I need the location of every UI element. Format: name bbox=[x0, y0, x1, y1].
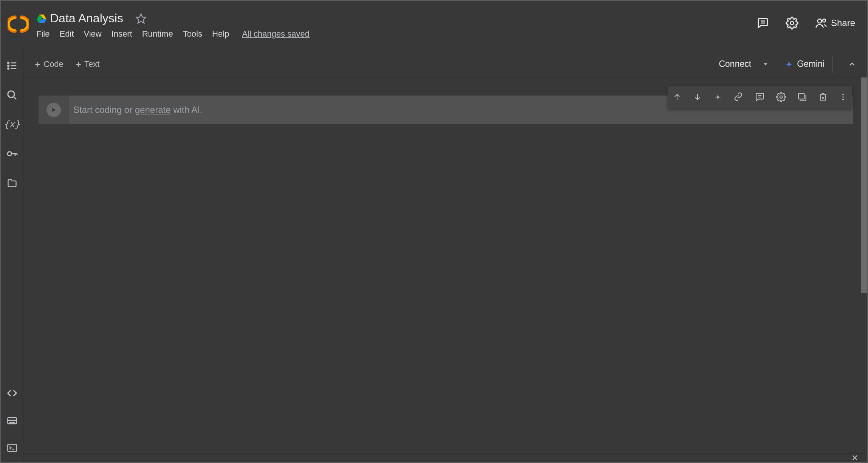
close-icon[interactable]: ✕ bbox=[851, 453, 858, 463]
move-up-icon[interactable] bbox=[673, 93, 682, 102]
comments-icon[interactable] bbox=[757, 17, 769, 29]
gemini-label: Gemini bbox=[797, 59, 825, 69]
svg-rect-32 bbox=[798, 93, 804, 99]
svg-point-7 bbox=[818, 19, 822, 23]
more-vert-icon[interactable] bbox=[839, 93, 847, 101]
share-button[interactable]: Share bbox=[815, 17, 855, 29]
svg-point-35 bbox=[842, 99, 844, 100]
svg-point-34 bbox=[842, 96, 844, 98]
connect-button[interactable]: Connect bbox=[719, 59, 769, 69]
svg-point-9 bbox=[8, 62, 9, 64]
menu-runtime[interactable]: Runtime bbox=[142, 29, 173, 39]
svg-line-16 bbox=[13, 97, 16, 100]
notebook-action-bar: + Code + Text Connect bbox=[23, 51, 867, 77]
comment-icon[interactable] bbox=[755, 92, 765, 102]
svg-point-11 bbox=[8, 65, 9, 66]
app-header: Data Analysis File Edit View Insert Runt… bbox=[1, 1, 867, 51]
cell-settings-icon[interactable] bbox=[776, 92, 786, 102]
placeholder-suffix: with AI. bbox=[171, 105, 203, 115]
svg-point-33 bbox=[842, 94, 844, 96]
menu-tools[interactable]: Tools bbox=[183, 29, 202, 39]
notebook-area[interactable]: Start coding or generate with AI. bbox=[23, 77, 867, 453]
add-text-label: Text bbox=[84, 59, 99, 69]
svg-marker-36 bbox=[52, 108, 56, 112]
divider bbox=[832, 56, 832, 73]
menu-insert[interactable]: Insert bbox=[112, 29, 132, 39]
plus-icon: + bbox=[76, 59, 81, 69]
terminal-icon[interactable] bbox=[7, 443, 17, 453]
variables-icon[interactable]: {x} bbox=[4, 119, 20, 130]
bottom-status-bar: ✕ bbox=[23, 453, 867, 462]
left-sidebar: {x} bbox=[1, 51, 23, 462]
svg-point-15 bbox=[8, 91, 14, 98]
chevron-down-icon bbox=[762, 60, 769, 68]
sparkle-icon[interactable] bbox=[713, 93, 722, 102]
vertical-scrollbar[interactable] bbox=[860, 77, 867, 453]
drive-icon bbox=[36, 13, 47, 24]
main-area: + Code + Text Connect bbox=[23, 51, 867, 462]
svg-rect-24 bbox=[8, 444, 16, 452]
menu-bar: File Edit View Insert Runtime Tools Help… bbox=[36, 29, 757, 39]
menu-file[interactable]: File bbox=[36, 29, 50, 39]
settings-icon[interactable] bbox=[786, 17, 798, 29]
connect-label: Connect bbox=[719, 59, 751, 69]
add-code-button[interactable]: + Code bbox=[29, 56, 70, 72]
run-cell-button[interactable] bbox=[39, 96, 69, 124]
link-icon[interactable] bbox=[734, 92, 744, 102]
gemini-button[interactable]: Gemini bbox=[785, 59, 825, 69]
command-palette-icon[interactable] bbox=[7, 415, 17, 426]
svg-point-6 bbox=[790, 22, 794, 25]
menu-edit[interactable]: Edit bbox=[59, 29, 74, 39]
toc-icon[interactable] bbox=[6, 60, 18, 71]
add-text-button[interactable]: + Text bbox=[70, 56, 106, 72]
divider bbox=[777, 56, 777, 73]
svg-marker-26 bbox=[764, 63, 767, 65]
secrets-icon[interactable] bbox=[6, 148, 18, 160]
delete-icon[interactable] bbox=[818, 93, 828, 102]
document-title[interactable]: Data Analysis bbox=[50, 11, 123, 25]
menu-help[interactable]: Help bbox=[212, 29, 229, 39]
mirror-cell-icon[interactable] bbox=[797, 92, 807, 102]
colab-logo-icon[interactable] bbox=[8, 14, 29, 35]
menu-view[interactable]: View bbox=[84, 29, 101, 39]
plus-icon: + bbox=[35, 59, 40, 69]
play-icon bbox=[50, 106, 57, 113]
scrollbar-thumb[interactable] bbox=[861, 77, 867, 293]
svg-point-31 bbox=[780, 96, 783, 99]
svg-point-17 bbox=[8, 152, 12, 156]
files-icon[interactable] bbox=[7, 178, 17, 188]
sparkle-icon bbox=[785, 60, 793, 68]
cell-toolbar bbox=[668, 86, 852, 108]
collapse-button[interactable] bbox=[842, 54, 863, 75]
placeholder-link[interactable]: generate bbox=[135, 105, 171, 115]
star-icon[interactable] bbox=[135, 13, 147, 24]
placeholder-prefix: Start coding or bbox=[73, 105, 135, 115]
svg-marker-3 bbox=[136, 14, 146, 23]
svg-point-8 bbox=[823, 19, 826, 22]
code-snippets-icon[interactable] bbox=[6, 387, 18, 399]
share-label: Share bbox=[831, 18, 855, 28]
add-code-label: Code bbox=[43, 59, 64, 69]
save-status[interactable]: All changes saved bbox=[242, 29, 310, 39]
svg-point-13 bbox=[8, 68, 9, 69]
move-down-icon[interactable] bbox=[693, 93, 702, 102]
search-icon[interactable] bbox=[6, 90, 18, 101]
